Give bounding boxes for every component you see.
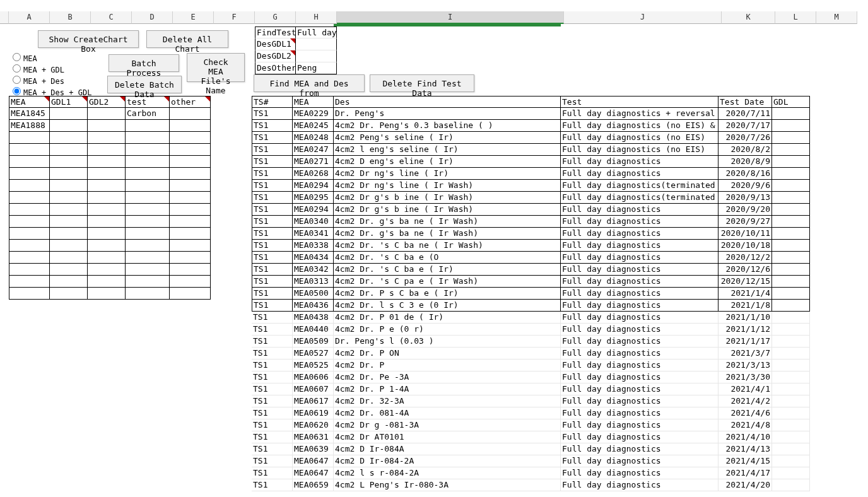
small-cell[interactable] xyxy=(88,264,126,276)
small-cell[interactable] xyxy=(170,132,211,144)
main-cell[interactable]: Full day diagnostics xyxy=(561,312,718,324)
main-cell[interactable] xyxy=(772,312,810,324)
main-cell[interactable]: MEA0342 xyxy=(293,264,334,276)
main-cell[interactable]: MEA0271 xyxy=(293,156,334,168)
main-cell[interactable]: MEA0631 xyxy=(293,431,334,443)
main-cell[interactable]: 2020/8/9 xyxy=(718,156,772,168)
small-cell[interactable] xyxy=(88,204,126,216)
delete-batch-data-button[interactable]: Delete Batch Data xyxy=(107,76,182,93)
main-cell[interactable]: TS1 xyxy=(252,192,293,204)
small-cell[interactable] xyxy=(126,120,170,132)
small-cell[interactable] xyxy=(170,228,211,240)
main-cell[interactable]: 2020/7/17 xyxy=(718,120,772,132)
small-cell[interactable] xyxy=(50,168,88,180)
col-header-B[interactable]: B xyxy=(50,11,91,24)
main-cell[interactable]: 2021/4/10 xyxy=(718,431,772,443)
main-cell[interactable]: Full day diagnostics (no EIS) & xyxy=(561,120,718,132)
main-cell[interactable]: TS1 xyxy=(252,252,293,264)
small-cell[interactable]: MEA1845 xyxy=(9,108,50,120)
main-cell[interactable] xyxy=(772,252,810,264)
main-cell[interactable] xyxy=(772,479,810,491)
small-cell[interactable] xyxy=(9,180,50,192)
main-cell[interactable]: TS1 xyxy=(252,467,293,479)
main-cell[interactable]: Full day diagnostics xyxy=(561,407,718,419)
main-cell[interactable] xyxy=(772,348,810,360)
main-cell[interactable]: 2021/1/17 xyxy=(718,336,772,348)
small-cell[interactable] xyxy=(9,288,50,300)
main-cell[interactable]: MEA0294 xyxy=(293,180,334,192)
main-cell[interactable]: Full day diagnostics xyxy=(561,371,718,383)
main-cell[interactable]: MEA0248 xyxy=(293,132,334,144)
main-cell[interactable]: Full day diagnostics xyxy=(561,431,718,443)
main-cell[interactable]: 2021/1/10 xyxy=(718,312,772,324)
small-cell[interactable] xyxy=(50,240,88,252)
small-header-other[interactable]: other xyxy=(170,96,211,108)
main-cell[interactable]: 2021/3/30 xyxy=(718,371,772,383)
main-cell[interactable]: Full day diagnostics xyxy=(561,288,718,300)
main-cell[interactable]: Full day diagnostics xyxy=(561,204,718,216)
main-cell[interactable]: Full day diagnostics(terminated xyxy=(561,180,718,192)
small-cell[interactable]: MEA1888 xyxy=(9,120,50,132)
main-cell[interactable] xyxy=(772,455,810,467)
find-mea-des-button[interactable]: Find MEA and Des from xyxy=(254,74,365,92)
main-cell[interactable]: TS1 xyxy=(252,204,293,216)
small-cell[interactable] xyxy=(170,252,211,264)
main-cell[interactable]: TS1 xyxy=(252,264,293,276)
small-header-GDL2[interactable]: GDL2 xyxy=(88,96,126,108)
small-cell[interactable] xyxy=(126,240,170,252)
col-header-J[interactable]: J xyxy=(564,11,722,24)
main-cell[interactable]: 2021/3/7 xyxy=(718,348,772,360)
main-cell[interactable]: TS1 xyxy=(252,180,293,192)
main-cell[interactable] xyxy=(772,419,810,431)
small-cell[interactable] xyxy=(50,252,88,264)
main-cell[interactable]: Full day diagnostics xyxy=(561,336,718,348)
col-header-L[interactable]: L xyxy=(775,11,816,24)
main-cell[interactable]: TS1 xyxy=(252,348,293,360)
main-cell[interactable]: TS1 xyxy=(252,108,293,120)
col-header-M[interactable]: M xyxy=(816,11,857,24)
main-cell[interactable]: MEA0500 xyxy=(293,288,334,300)
main-cell[interactable]: Full day diagnostics xyxy=(561,348,718,360)
main-cell[interactable]: TS1 xyxy=(252,288,293,300)
select-all-corner[interactable] xyxy=(0,11,9,24)
main-cell[interactable]: MEA0607 xyxy=(293,383,334,395)
main-cell[interactable] xyxy=(772,144,810,156)
main-cell[interactable] xyxy=(772,360,810,371)
radio-mea[interactable]: MEA xyxy=(13,53,91,64)
main-cell[interactable]: Full day diagnostics xyxy=(561,264,718,276)
main-cell[interactable]: MEA0341 xyxy=(293,228,334,240)
main-cell[interactable] xyxy=(772,300,810,312)
main-cell[interactable]: MEA0229 xyxy=(293,108,334,120)
col-header-I[interactable]: I xyxy=(337,11,564,24)
main-cell[interactable]: Full day diagnostics xyxy=(561,156,718,168)
main-cell[interactable]: TS1 xyxy=(252,371,293,383)
main-cell[interactable]: 2021/4/2 xyxy=(718,395,772,407)
small-cell[interactable] xyxy=(88,180,126,192)
main-cell[interactable] xyxy=(772,192,810,204)
main-cell[interactable]: 2020/7/11 xyxy=(718,108,772,120)
main-cell[interactable]: 2021/4/13 xyxy=(718,443,772,455)
small-cell[interactable] xyxy=(88,252,126,264)
main-cell[interactable] xyxy=(772,324,810,336)
main-cell[interactable] xyxy=(772,168,810,180)
main-cell[interactable]: TS1 xyxy=(252,240,293,252)
lookup-key-2[interactable]: DesGDL2 xyxy=(255,50,296,62)
main-cell[interactable]: 2020/8/2 xyxy=(718,144,772,156)
main-cell[interactable]: TS1 xyxy=(252,443,293,455)
col-header-G[interactable]: G xyxy=(255,11,296,24)
small-cell[interactable] xyxy=(9,276,50,288)
main-cell[interactable]: MEA0338 xyxy=(293,240,334,252)
small-header-GDL1[interactable]: GDL1 xyxy=(50,96,88,108)
small-cell[interactable] xyxy=(126,168,170,180)
main-cell[interactable]: Full day diagnostics (no EIS) xyxy=(561,132,718,144)
small-cell[interactable] xyxy=(126,144,170,156)
main-cell[interactable]: TS1 xyxy=(252,144,293,156)
main-cell[interactable] xyxy=(772,240,810,252)
small-cell[interactable] xyxy=(126,132,170,144)
main-cell[interactable]: Full day diagnostics(terminated xyxy=(561,192,718,204)
col-header-C[interactable]: C xyxy=(91,11,132,24)
small-cell[interactable] xyxy=(88,132,126,144)
small-cell[interactable] xyxy=(126,228,170,240)
main-cell[interactable] xyxy=(772,336,810,348)
main-cell[interactable]: 2020/10/18 xyxy=(718,240,772,252)
